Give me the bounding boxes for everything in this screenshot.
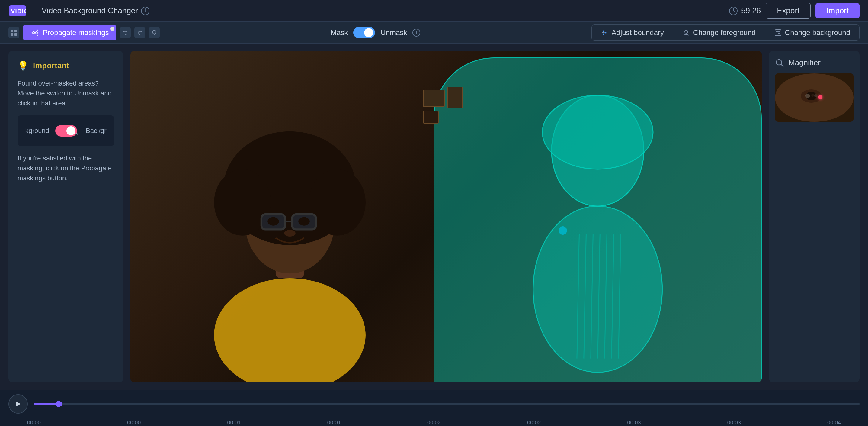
timeline-track[interactable]: [34, 403, 860, 405]
adjust-boundary-button[interactable]: Adjust boundary: [592, 25, 673, 40]
svg-point-16: [602, 30, 604, 32]
magnifier-preview: [775, 74, 854, 122]
svg-point-19: [685, 30, 688, 33]
svg-point-37: [542, 95, 653, 169]
time-3: 00:01: [327, 420, 341, 426]
right-toolbar-buttons: Adjust boundary Change foreground Change…: [591, 25, 860, 41]
svg-rect-46: [423, 90, 444, 107]
svg-rect-6: [14, 30, 17, 32]
timeline-controls: [0, 394, 868, 414]
magnifier-panel: Magnifier: [769, 51, 860, 382]
svg-point-33: [268, 217, 279, 226]
demo-pink-toggle[interactable]: [55, 125, 77, 137]
undo-button[interactable]: [120, 27, 131, 38]
svg-point-9: [34, 32, 36, 33]
logo-icon: VIDIO: [8, 5, 27, 17]
export-button[interactable]: Export: [766, 3, 811, 19]
time-1: 00:00: [127, 420, 141, 426]
demo-toggle-group: ↖: [55, 124, 80, 138]
timeline-progress: [34, 403, 59, 405]
magnifier-icon: [775, 58, 784, 67]
toggle-thumb: [364, 28, 373, 37]
svg-text:VIDIO: VIDIO: [11, 8, 26, 15]
timer-value: 59:26: [741, 6, 761, 16]
app-title-text: Video Background Changer: [42, 6, 138, 16]
svg-rect-8: [14, 33, 17, 36]
svg-point-55: [811, 94, 814, 97]
time-4: 00:02: [427, 420, 441, 426]
svg-point-24: [214, 278, 366, 382]
main-header: VIDIO Video Background Changer i 59:26 E…: [0, 0, 868, 22]
demo-toggle-box: kground ↖ Backgr: [18, 115, 114, 146]
svg-point-10: [152, 30, 156, 34]
adjust-boundary-label: Adjust boundary: [612, 28, 664, 37]
svg-rect-5: [11, 30, 13, 32]
propagate-label: Propagate maskings: [43, 28, 109, 37]
svg-rect-48: [423, 111, 438, 123]
logo: VIDIO: [8, 5, 27, 17]
propagate-maskings-button[interactable]: Propagate maskings: [23, 25, 116, 40]
important-header: 💡 Important: [18, 60, 114, 71]
svg-rect-21: [776, 31, 778, 32]
time-8: 00:04: [827, 420, 841, 426]
import-button[interactable]: Import: [815, 3, 860, 19]
play-button[interactable]: [8, 394, 28, 414]
svg-point-34: [298, 217, 310, 226]
video-area[interactable]: [130, 51, 762, 382]
bulb-icon: 💡: [18, 60, 29, 71]
svg-marker-58: [16, 401, 21, 406]
demo-right-label: Backgr: [86, 127, 106, 135]
time-0: 00:00: [27, 420, 41, 426]
change-background-label: Change background: [785, 28, 850, 37]
left-panel: 💡 Important Found over-masked areas? Mov…: [8, 51, 123, 382]
time-7: 00:03: [727, 420, 741, 426]
magnifier-dot: [818, 95, 823, 100]
suggestions-button[interactable]: [149, 27, 160, 38]
adjust-boundary-icon: [601, 29, 609, 36]
svg-rect-7: [11, 33, 13, 36]
main-content: 💡 Important Found over-masked areas? Mov…: [0, 44, 868, 390]
clock-icon: [728, 6, 738, 16]
svg-point-18: [602, 33, 604, 35]
svg-point-29: [309, 169, 366, 236]
svg-point-35: [284, 230, 296, 236]
mask-group: Mask Unmask i: [331, 27, 420, 38]
change-foreground-button[interactable]: Change foreground: [673, 25, 765, 40]
unmask-label: Unmask: [380, 28, 407, 37]
svg-point-56: [805, 94, 810, 98]
svg-point-57: [814, 94, 817, 97]
important-label: Important: [33, 61, 69, 70]
satisfied-description: If you're satisfied with the masking, cl…: [18, 153, 114, 183]
room-decor: [417, 84, 477, 144]
mask-label: Mask: [331, 28, 348, 37]
propagate-icon: [30, 28, 40, 37]
magnifier-preview-inner: [775, 74, 854, 122]
change-foreground-icon: [682, 29, 690, 36]
change-foreground-label: Change foreground: [693, 28, 756, 37]
secondary-toolbar: Propagate maskings Mask Unmask i: [0, 22, 868, 44]
video-placeholder: [130, 51, 762, 382]
svg-rect-47: [447, 87, 463, 108]
mask-toggle[interactable]: [353, 27, 375, 38]
svg-rect-20: [775, 30, 781, 36]
unmask-info-icon[interactable]: i: [412, 29, 420, 36]
header-divider: [34, 5, 34, 16]
important-description1: Found over-masked areas? Move the switch…: [18, 78, 114, 108]
demo-toggle-thumb: [66, 126, 75, 135]
redo-button[interactable]: [134, 27, 145, 38]
timeline-area: 00:00 00:00 00:01 00:01 00:02 00:02 00:0…: [0, 390, 868, 426]
svg-line-4: [733, 11, 735, 12]
change-background-button[interactable]: Change background: [765, 25, 859, 40]
grid-icon[interactable]: [8, 27, 19, 38]
timeline-labels: 00:00 00:00 00:01 00:01 00:02 00:02 00:0…: [0, 419, 868, 426]
svg-point-17: [605, 32, 607, 33]
app-info-icon[interactable]: i: [141, 7, 150, 15]
person-right-mask: [434, 57, 762, 382]
mask-dot: [559, 226, 567, 235]
svg-line-50: [781, 64, 783, 66]
magnifier-header: Magnifier: [775, 58, 854, 67]
time-6: 00:03: [627, 420, 641, 426]
magnifier-title: Magnifier: [788, 58, 820, 67]
change-background-icon: [774, 29, 782, 36]
demo-left-label: kground: [25, 127, 50, 135]
